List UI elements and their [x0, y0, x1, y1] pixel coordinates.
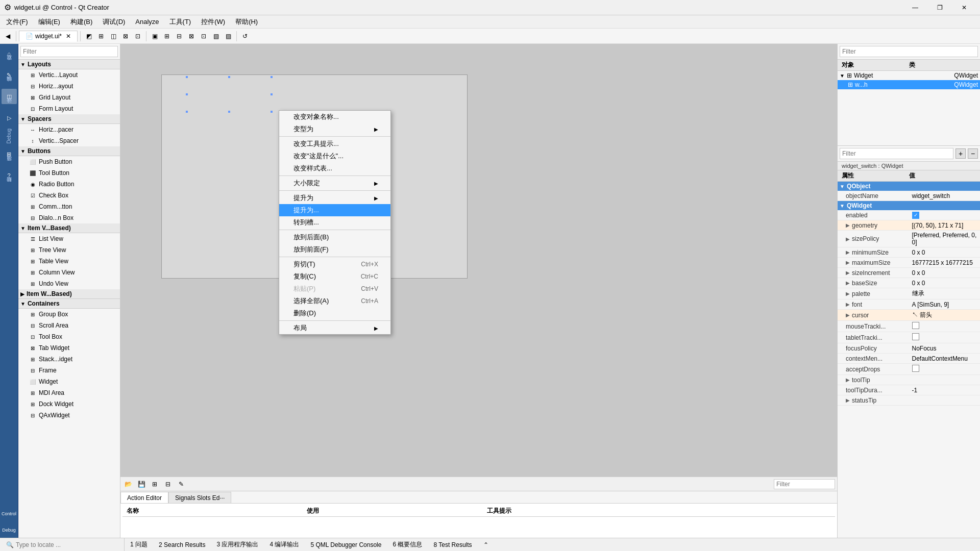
property-add-btn[interactable]: + [955, 148, 966, 159]
ctx-size-constraint[interactable]: 大小限定 ▶ [279, 177, 390, 189]
tool-column-view[interactable]: ⊞ Column View [18, 267, 120, 278]
prop-sizeincrement[interactable]: ▶ sizeIncrement 0 x 0 [838, 268, 980, 278]
menu-controls[interactable]: 控件(W) [197, 16, 229, 28]
canvas-filter-input[interactable] [774, 479, 835, 489]
menu-tools[interactable]: 工具(T) [165, 16, 195, 28]
property-remove-btn[interactable]: − [968, 148, 978, 159]
prop-tooltipdura[interactable]: toolTipDura... -1 [838, 385, 980, 395]
prop-cat-qwidget[interactable]: ▼ QWidget [838, 201, 980, 210]
tool-group-box[interactable]: ⊞ Group Box [18, 309, 120, 320]
prop-contextmenu[interactable]: contextMen... DefaultContextMenu [838, 354, 980, 364]
ctx-lower[interactable]: 放到后面(B) [279, 231, 390, 243]
ctx-whatsthis[interactable]: 改变"这是什么"... [279, 150, 390, 162]
mode-control-bottom[interactable]: Control [2, 506, 17, 521]
tool-mdi-area[interactable]: ⊞ MDI Area [18, 387, 120, 398]
mode-edit[interactable]: ✎ [2, 67, 17, 83]
prop-geometry[interactable]: ▶ geometry [(70, 50), 171 x 71] [838, 220, 980, 231]
tool-tree-view[interactable]: ⊞ Tree View [18, 244, 120, 256]
status-tab-qml-debugger[interactable]: 5 QML Debugger Console [305, 540, 387, 550]
toolbar-icon-4[interactable]: ⊠ [120, 31, 131, 42]
tool-scroll-area[interactable]: ⊟ Scroll Area [18, 320, 120, 331]
ctx-delete[interactable]: 删除(D) [279, 307, 390, 319]
category-spacers[interactable]: ▼ Spacers [18, 114, 120, 124]
tool-check-box[interactable]: ☑ Check Box [18, 190, 120, 201]
prop-statustip[interactable]: ▶ statusTip [838, 395, 980, 406]
status-tab-app-output[interactable]: 3 应用程序输出 [211, 539, 264, 550]
mousetracking-checkbox[interactable] [912, 322, 919, 329]
tool-undo-view[interactable]: ⊞ Undo View [18, 278, 120, 289]
toolbar-icon-8[interactable]: ⊟ [174, 31, 185, 42]
prop-cursor[interactable]: ▶ cursor ↖ 箭头 [838, 310, 980, 321]
status-search-input[interactable] [16, 541, 108, 548]
tool-tool-box[interactable]: ⊡ Tool Box [18, 331, 120, 342]
tab-action-editor[interactable]: Action Editor [120, 492, 168, 503]
object-filter-input[interactable] [840, 46, 978, 57]
canvas-tb-btn-3[interactable]: ⊞ [149, 479, 160, 490]
tool-dialog-box[interactable]: ⊟ Dialo...n Box [18, 212, 120, 223]
toolbar-icon-6[interactable]: ▣ [149, 31, 160, 42]
toolbar-icon-3[interactable]: ◫ [108, 31, 119, 42]
status-tab-test-results[interactable]: 8 Test Results [428, 540, 477, 550]
ctx-promote-to[interactable]: 提升为... [279, 204, 390, 216]
tool-tab-widget[interactable]: ⊠ Tab Widget [18, 342, 120, 354]
tool-grid-layout[interactable]: ⊠ Grid Layout [18, 92, 120, 103]
toolbox-filter-input[interactable] [20, 46, 118, 57]
tool-dock-widget[interactable]: ⊞ Dock Widget [18, 398, 120, 410]
mode-project[interactable]: ⊞ [2, 146, 17, 162]
prop-acceptdrops[interactable]: acceptDrops [838, 364, 980, 375]
prop-tooltip[interactable]: ▶ toolTip [838, 375, 980, 385]
menu-edit[interactable]: 编辑(E) [34, 16, 64, 28]
prop-mousetracking[interactable]: mouseTracki... [838, 321, 980, 332]
minimize-button[interactable]: — [903, 0, 927, 15]
tab-close-icon[interactable]: ✕ [66, 33, 71, 40]
prop-enabled[interactable]: enabled ✓ [838, 210, 980, 220]
ctx-goto-slot[interactable]: 转到槽... [279, 216, 390, 229]
canvas-tb-btn-4[interactable]: ⊟ [162, 479, 174, 490]
tool-push-button[interactable]: ⬜ Push Button [18, 156, 120, 167]
ctx-copy[interactable]: 复制(C) Ctrl+C [279, 270, 390, 283]
tool-tool-button[interactable]: ⬛ Tool Button [18, 167, 120, 179]
prop-tablettracking[interactable]: tabletTracki... [838, 332, 980, 343]
prop-palette[interactable]: ▶ palette 继承 [838, 288, 980, 299]
prop-maximumsize[interactable]: ▶ maximumSize 16777215 x 16777215 [838, 258, 980, 268]
prop-cat-qobject[interactable]: ▼ QObject [838, 182, 980, 191]
ctx-raise[interactable]: 放到前面(F) [279, 243, 390, 256]
tool-list-view[interactable]: ☰ List View [18, 233, 120, 244]
toolbar-icon-1[interactable]: ◩ [83, 31, 94, 42]
toolbar-icon-9[interactable]: ⊠ [186, 31, 197, 42]
maximize-button[interactable]: ❐ [928, 0, 951, 15]
mode-help[interactable]: ? [2, 168, 17, 183]
tool-form-layout[interactable]: ⊡ Form Layout [18, 103, 120, 114]
enabled-checkbox[interactable]: ✓ [912, 212, 919, 219]
tool-radio-button[interactable]: ◉ Radio Button [18, 179, 120, 190]
mode-design[interactable]: ◫ [2, 89, 17, 104]
toolbar-icon-10[interactable]: ⊡ [198, 31, 209, 42]
prop-basesize[interactable]: ▶ baseSize 0 x 0 [838, 278, 980, 288]
toolbar-icon-2[interactable]: ⊞ [95, 31, 107, 42]
prop-sizepolicy[interactable]: ▶ sizePolicy [Preferred, Preferred, 0, 0… [838, 231, 980, 247]
status-tab-search[interactable]: 2 Search Results [153, 540, 211, 550]
acceptdrops-checkbox[interactable] [912, 365, 919, 372]
current-file-tab[interactable]: 📄 widget.ui* ✕ [19, 31, 78, 42]
ctx-select-all[interactable]: 选择全部(A) Ctrl+A [279, 295, 390, 307]
tool-qax-widget[interactable]: ⊟ QAxWidget [18, 410, 120, 421]
tool-vertic-layout[interactable]: ⊞ Vertic...Layout [18, 69, 120, 81]
category-buttons[interactable]: ▼ Buttons [18, 146, 120, 156]
ctx-promote[interactable]: 提升为 ▶ [279, 192, 390, 204]
ctx-cut[interactable]: 剪切(T) Ctrl+X [279, 258, 390, 270]
property-filter-input[interactable] [840, 148, 953, 159]
ctx-stylesheet[interactable]: 改变样式表... [279, 162, 390, 174]
category-layouts[interactable]: ▼ Layouts [18, 60, 120, 69]
category-containers[interactable]: ▼ Containers [18, 299, 120, 309]
toolbar-icon-12[interactable]: ▨ [223, 31, 234, 42]
tool-horiz-layout[interactable]: ⊟ Horiz...ayout [18, 81, 120, 92]
design-canvas[interactable]: 改变对象名称... 变型为 ▶ 改变工具提示... 改变"这是什么"... 改变… [120, 44, 837, 477]
toolbar-icon-5[interactable]: ⊡ [132, 31, 143, 42]
toolbar-icon-7[interactable]: ⊞ [161, 31, 173, 42]
tool-stacked-widget[interactable]: ⊞ Stack...idget [18, 354, 120, 365]
ctx-change-name[interactable]: 改变对象名称... [279, 111, 390, 123]
canvas-tb-btn-5[interactable]: ✎ [176, 479, 187, 490]
prop-objectname[interactable]: objectName widget_switch [838, 191, 980, 201]
status-tab-issues[interactable]: 1 问题 [125, 539, 153, 550]
category-item-widgets[interactable]: ▶ Item W...Based) [18, 289, 120, 299]
